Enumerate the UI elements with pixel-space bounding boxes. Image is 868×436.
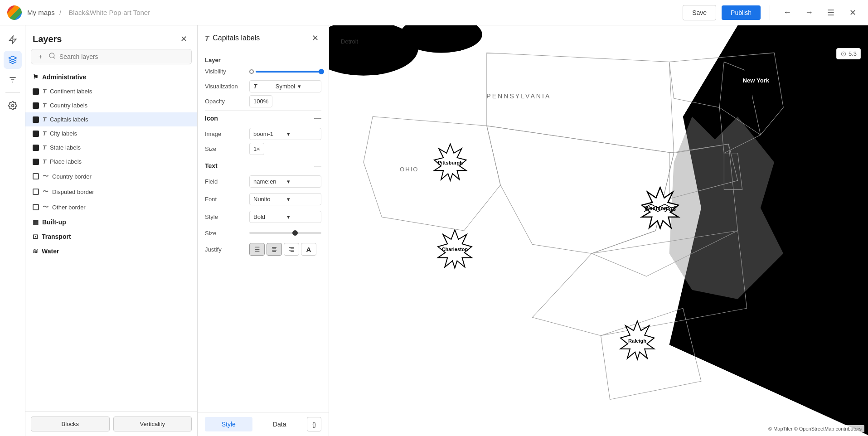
- props-footer: Style Data {}: [198, 412, 329, 436]
- topbar: My maps / Black&White Pop-art Toner Save…: [0, 0, 868, 25]
- style-row: Style Bold ▾: [205, 211, 321, 223]
- layer-country-border[interactable]: 〜 Country border: [25, 169, 197, 184]
- svg-marker-0: [9, 36, 16, 44]
- search-input[interactable]: [59, 53, 187, 60]
- save-button[interactable]: Save: [683, 5, 716, 20]
- justify-center-button[interactable]: [267, 243, 282, 256]
- section-divider-1: [205, 110, 321, 111]
- field-arrow-icon: ▾: [287, 178, 318, 185]
- font-select[interactable]: Nunito ▾: [249, 193, 321, 205]
- layer-country-labels[interactable]: T Country labels: [25, 98, 197, 112]
- settings-icon-btn[interactable]: [4, 97, 22, 115]
- image-select[interactable]: boom-1 ▾: [249, 128, 321, 140]
- style-select[interactable]: Bold ▾: [249, 211, 321, 223]
- svg-point-5: [11, 105, 14, 107]
- group-builtup[interactable]: ▦ Built-up: [25, 215, 197, 229]
- back-button[interactable]: ←: [779, 5, 795, 21]
- viz-icon: T: [253, 83, 273, 90]
- layer-type-icon: T: [43, 158, 46, 165]
- font-value: Nunito: [253, 196, 284, 203]
- layer-type-icon: T: [43, 102, 46, 109]
- visualization-row: Visualization T Symbol ▾: [205, 80, 321, 92]
- add-layer-button[interactable]: +: [36, 52, 45, 61]
- filter-icon-btn[interactable]: [4, 71, 22, 89]
- text-size-row: Size: [205, 228, 321, 237]
- icon-section-label: Icon: [205, 115, 218, 122]
- field-row: Field name:en ▾: [205, 175, 321, 188]
- layer-state-labels[interactable]: T State labels: [25, 140, 197, 155]
- layers-close-button[interactable]: ✕: [177, 33, 190, 45]
- publish-button[interactable]: Publish: [722, 5, 761, 20]
- justify-left-button[interactable]: ☰: [249, 243, 265, 256]
- size-slider-track: [249, 232, 321, 234]
- text-size-slider[interactable]: [249, 228, 321, 237]
- layer-checkbox: [33, 189, 39, 195]
- map-area[interactable]: Pittsburgh Washington Charleston: [329, 25, 868, 436]
- style-control: Bold ▾: [249, 211, 321, 223]
- data-tab[interactable]: Data: [256, 417, 304, 431]
- bolt-icon-btn[interactable]: [4, 31, 22, 49]
- layer-place-labels[interactable]: T Place labels: [25, 155, 197, 169]
- svg-text:OHIO: OHIO: [400, 166, 418, 173]
- svg-text:Pittsburgh: Pittsburgh: [438, 160, 463, 165]
- layers-icon-btn[interactable]: [4, 51, 22, 69]
- layer-capitals-labels[interactable]: T Capitals labels: [25, 112, 197, 126]
- visibility-slider[interactable]: [249, 69, 321, 74]
- size-slider-thumb[interactable]: [292, 230, 298, 236]
- layer-continent-labels[interactable]: T Continent labels: [25, 84, 197, 98]
- auto-justify-button[interactable]: A: [301, 243, 316, 256]
- layer-other-border[interactable]: 〜 Other border: [25, 199, 197, 215]
- svg-text:Raleigh: Raleigh: [628, 338, 646, 344]
- image-row: Image boom-1 ▾: [205, 128, 321, 140]
- svg-text:Washington: Washington: [645, 205, 676, 212]
- icon-section-header[interactable]: Icon —: [205, 114, 321, 122]
- slider-start-dot: [249, 69, 254, 74]
- layer-name: Continent labels: [50, 88, 92, 95]
- visualization-select[interactable]: T Symbol ▾: [249, 80, 321, 92]
- breadcrumb-link[interactable]: My maps: [27, 9, 55, 16]
- group-label: Built-up: [42, 218, 66, 226]
- menu-button[interactable]: ☰: [823, 5, 839, 21]
- field-select[interactable]: name:en ▾: [249, 175, 321, 188]
- layer-name: City labels: [50, 130, 77, 137]
- text-section-label: Text: [205, 162, 218, 170]
- layers-footer: Blocks Verticality: [25, 412, 197, 436]
- text-section-header[interactable]: Text —: [205, 162, 321, 170]
- layers-title: Layers: [33, 34, 62, 44]
- svg-text:Detroit: Detroit: [341, 38, 359, 45]
- group-transport[interactable]: ⊡ Transport: [25, 229, 197, 244]
- layer-type-icon: T: [43, 144, 46, 151]
- close-button[interactable]: ✕: [844, 5, 861, 21]
- layer-city-labels[interactable]: T City labels: [25, 126, 197, 140]
- props-close-button[interactable]: ✕: [309, 32, 321, 44]
- blocks-tab[interactable]: Blocks: [31, 417, 110, 431]
- map-svg: Pittsburgh Washington Charleston: [329, 25, 868, 436]
- text-collapse-icon: —: [314, 162, 321, 170]
- justify-right-button[interactable]: [284, 243, 299, 256]
- forward-button[interactable]: →: [801, 5, 817, 21]
- group-label: Water: [42, 247, 59, 255]
- icon-bar: [0, 25, 25, 436]
- style-tab[interactable]: Style: [205, 417, 252, 431]
- app-logo: [7, 5, 22, 20]
- slider-thumb[interactable]: [319, 69, 324, 74]
- layer-name: Disputed border: [52, 189, 94, 195]
- group-administrative[interactable]: ⚑ Administrative: [25, 70, 197, 84]
- map-content: Pittsburgh Washington Charleston: [329, 25, 868, 436]
- verticality-tab[interactable]: Verticality: [113, 417, 192, 431]
- visibility-row: Visibility: [205, 68, 321, 75]
- visibility-label: Visibility: [205, 68, 246, 75]
- opacity-value: 100%: [249, 95, 272, 107]
- image-control: boom-1 ▾: [249, 128, 321, 140]
- code-button[interactable]: {}: [307, 417, 321, 431]
- layer-name: State labels: [50, 144, 81, 151]
- layer-checkbox: [33, 131, 39, 137]
- layer-type-icon: T: [43, 130, 46, 137]
- group-icon: ▦: [33, 218, 39, 226]
- layer-disputed-border[interactable]: 〜 Disputed border: [25, 184, 197, 199]
- svg-point-6: [49, 53, 54, 58]
- search-icon: [48, 52, 56, 61]
- field-value: name:en: [253, 178, 284, 185]
- group-water[interactable]: ≋ Water: [25, 244, 197, 258]
- layer-checkbox: [33, 116, 39, 123]
